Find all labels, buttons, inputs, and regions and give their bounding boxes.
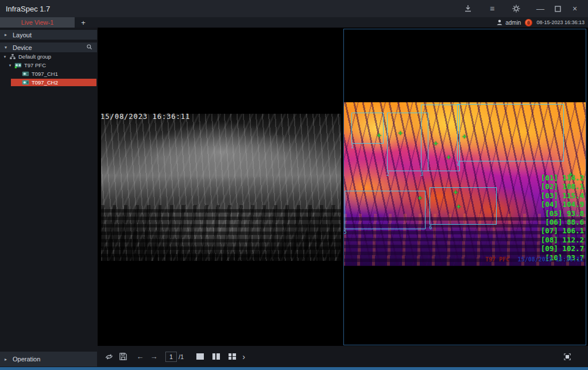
chevron-down-icon: ▾ (5, 45, 9, 50)
minimize-button[interactable]: — (532, 2, 549, 16)
chevron-right-icon: ▸ (5, 32, 9, 37)
temp-readout-line: [01] 114.2 (515, 174, 584, 182)
thermal-osd-bottom: T97 PFC 15/08/2023 16:36:11 (344, 256, 586, 263)
thermal-pane-selected[interactable]: 123456 +++++++++ [01] 114.2[02] 108.1[03… (343, 29, 586, 345)
tree-item-device[interactable]: ▾ T97 PFC (0, 61, 97, 69)
username-label: admin (505, 20, 521, 26)
layout-two-pane-button[interactable] (210, 352, 222, 362)
spot-marker-icon[interactable]: + (446, 153, 451, 161)
application-window: InfraSpec 1.7 ≡ — × Live View-1 + a (0, 0, 588, 370)
maximize-button[interactable] (549, 2, 566, 16)
roi-label: 1 (351, 144, 354, 149)
visible-osd-timestamp: 15/08/2023 16:36:11 (100, 113, 190, 121)
roi-label: 6 (429, 225, 432, 230)
next-page-icon[interactable]: → (147, 350, 161, 363)
device-tree: ▾ Default group ▾ T97 PFC T097_CH1 T097_… (0, 53, 97, 87)
tree-channel-label: T097_CH2 (32, 79, 58, 86)
download-icon[interactable] (459, 2, 477, 16)
group-icon (9, 53, 16, 60)
close-button[interactable]: × (566, 2, 583, 16)
temp-readout-line: [07] 106.1 (515, 226, 584, 235)
thermal-osd-timestamp: 15/08/2023 16:36:11 (518, 256, 583, 263)
titlebar: InfraSpec 1.7 ≡ — × (0, 0, 588, 17)
app-title: InfraSpec 1.7 (6, 5, 50, 13)
tree-channel-label: T097_CH1 (32, 71, 58, 77)
temp-readout-line: [06] 88.6 (515, 218, 584, 226)
camera-icon (22, 71, 29, 77)
device-icon (14, 62, 22, 68)
spot-marker-icon[interactable]: + (398, 129, 403, 137)
spot-marker-icon[interactable]: + (417, 193, 422, 202)
settings-icon[interactable] (508, 2, 525, 16)
temp-readout-line: [08] 112.2 (515, 236, 584, 244)
search-icon[interactable] (86, 44, 92, 51)
tabbar: Live View-1 + admin 08-15-2023 16:36:13 (0, 17, 588, 28)
camera-icon (22, 79, 29, 86)
spot-marker-icon[interactable]: + (434, 139, 438, 148)
tree-group-label: Default group (18, 53, 51, 60)
operation-section-label: Operation (13, 356, 40, 363)
fullscreen-icon[interactable] (560, 350, 574, 363)
thermal-image: 123456 +++++++++ [01] 114.2[02] 108.1[03… (344, 102, 586, 266)
tree-expander-icon[interactable]: ▾ (3, 55, 7, 59)
roi-region[interactable]: 5 (345, 191, 425, 229)
window-tools: ≡ — × (459, 2, 583, 16)
save-icon[interactable] (116, 350, 130, 363)
temp-readout-line: [09] 102.7 (515, 244, 584, 253)
temp-readout-line: [02] 108.1 (515, 182, 584, 191)
system-datetime: 08-15-2023 16:36:13 (536, 20, 585, 25)
roi-region[interactable]: 4 (457, 104, 563, 161)
sidebar-section-device[interactable]: ▾ Device (0, 43, 97, 52)
layout-single-pane-button[interactable] (194, 352, 206, 362)
more-layouts-icon[interactable]: › (242, 352, 245, 361)
page-number-input[interactable] (165, 352, 177, 362)
roi-label: 5 (344, 230, 347, 235)
sidebar-section-operation[interactable]: ▸ Operation (0, 352, 97, 367)
status-accent-bar (0, 367, 588, 370)
tree-device-label: T97 PFC (24, 62, 46, 68)
visible-light-pane[interactable]: 15/08/2023 16:36:11 (98, 28, 343, 346)
thermal-osd-device-label: T97 PFC (485, 256, 509, 263)
temp-readout-line: [03] 115.4 (515, 191, 584, 200)
spot-marker-icon[interactable]: + (462, 132, 467, 141)
roi-label: 4 (457, 162, 459, 167)
page-total-label: /1 (179, 353, 184, 360)
temp-readout-line: [04] 104.9 (515, 200, 584, 209)
user-indicator[interactable]: admin (496, 19, 521, 26)
session-info: admin 08-15-2023 16:36:13 (496, 19, 585, 26)
menu-icon[interactable]: ≡ (483, 2, 501, 16)
roi-label: 3 (420, 172, 423, 177)
cycle-icon[interactable] (102, 350, 116, 363)
temp-readout-line: [05] 93.8 (515, 209, 584, 218)
tree-expander-icon[interactable]: ▾ (8, 63, 12, 68)
tree-item-channel-2-selected[interactable]: T097_CH2 (11, 79, 96, 86)
sidebar-section-layout[interactable]: ▸ Layout (0, 30, 97, 40)
tree-item-default-group[interactable]: ▾ Default group (0, 53, 97, 60)
roi-region[interactable]: 6 (430, 187, 496, 225)
spot-marker-icon[interactable]: + (457, 202, 461, 210)
roi-label: 2 (386, 172, 389, 177)
temperature-list: [01] 114.2[02] 108.1[03] 115.4[04] 104.9… (515, 174, 584, 262)
device-section-label: Device (13, 44, 32, 51)
add-tab-button[interactable]: + (75, 17, 92, 28)
chevron-right-icon: ▸ (5, 357, 9, 362)
tree-item-channel-1[interactable]: T097_CH1 (0, 70, 97, 78)
user-icon (496, 19, 503, 26)
bottom-toolbar: ← → /1 › (98, 346, 588, 367)
layout-four-pane-button[interactable] (226, 352, 238, 362)
sidebar: ▸ Layout ▾ Device ▾ Default group ▾ T97 … (0, 28, 98, 370)
visible-light-image (101, 114, 341, 261)
prev-page-icon[interactable]: ← (133, 350, 147, 363)
roi-region[interactable]: 3 (421, 105, 460, 171)
alarm-icon[interactable] (525, 19, 532, 26)
tab-live-view-1[interactable]: Live View-1 (0, 17, 75, 28)
spot-marker-icon[interactable]: + (377, 131, 381, 140)
layout-section-label: Layout (13, 32, 32, 38)
spot-marker-icon[interactable]: + (454, 187, 458, 196)
